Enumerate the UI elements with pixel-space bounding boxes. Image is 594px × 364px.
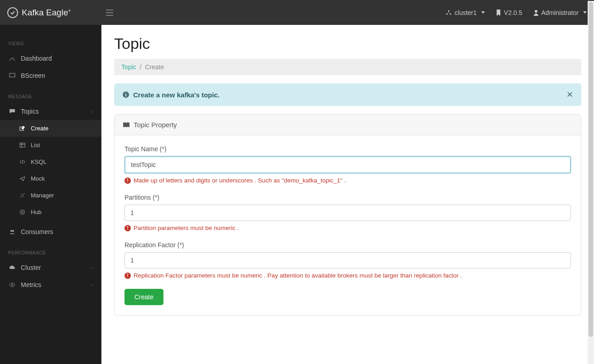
- bookmark-icon: [496, 10, 501, 16]
- sidebar-item-mock[interactable]: Mock: [0, 170, 101, 187]
- svg-point-3: [535, 10, 537, 13]
- alert-text: Create a new kafka's topic.: [133, 91, 220, 99]
- svg-point-10: [12, 230, 14, 232]
- sidebar-item-consumers[interactable]: Consumers: [0, 223, 101, 240]
- card-header: Topic Property: [115, 115, 581, 135]
- svg-rect-6: [20, 143, 25, 147]
- table-icon: [18, 142, 26, 148]
- sidebar-item-hub[interactable]: Hub: [0, 204, 101, 220]
- comment-icon: [8, 108, 16, 115]
- user-icon: [533, 10, 539, 16]
- sidebar-item-create[interactable]: Create: [0, 120, 101, 137]
- chevron-down-icon: [583, 11, 587, 14]
- breadcrumb-root[interactable]: Topic: [121, 63, 136, 71]
- svg-point-8: [20, 210, 24, 215]
- partitions-input[interactable]: [125, 205, 571, 221]
- scrollbar[interactable]: [588, 1, 594, 364]
- user-menu[interactable]: Administrator: [533, 9, 587, 16]
- sidebar-item-cluster[interactable]: Cluster ›: [0, 259, 101, 276]
- version-label: V2.0.5: [504, 9, 522, 16]
- info-alert: Create a new kafka's topic. ✕: [114, 83, 581, 106]
- sidebar-item-manager[interactable]: Manager: [0, 187, 101, 204]
- sidebar-item-dashboard[interactable]: Dashboard: [0, 50, 101, 67]
- topbar-right: cluster1 V2.0.5 Administrator: [446, 9, 587, 16]
- code-icon: [18, 159, 26, 165]
- create-button[interactable]: Create: [125, 289, 163, 305]
- sidebar: VIEWS Dashboard BScreen MESSAGE Topics ›…: [0, 25, 101, 364]
- brand-text: Kafka Eagle+: [22, 8, 71, 18]
- partitions-helper: ! Partition parameters must be numeric .: [125, 225, 571, 231]
- svg-point-14: [125, 93, 126, 94]
- svg-point-11: [12, 284, 13, 286]
- brand-logo-icon: [7, 7, 18, 18]
- svg-point-9: [10, 230, 12, 232]
- card-header-text: Topic Property: [134, 121, 177, 129]
- user-label: Administrator: [541, 9, 579, 16]
- hamburger-icon[interactable]: [106, 10, 113, 16]
- sidebar-item-metrics[interactable]: Metrics ›: [0, 276, 101, 293]
- warning-icon: !: [125, 273, 131, 279]
- hub-icon: [18, 209, 26, 215]
- book-icon: [123, 122, 130, 128]
- tools-icon: [18, 192, 26, 198]
- send-icon: [18, 176, 26, 182]
- users-icon: [8, 229, 16, 235]
- cluster-label: cluster1: [455, 9, 477, 16]
- partitions-label: Partitions (*): [125, 194, 571, 201]
- sidebar-section-performance: PERFORMANCE: [0, 247, 101, 259]
- replication-input[interactable]: [125, 252, 571, 268]
- cluster-selector[interactable]: cluster1: [446, 9, 485, 16]
- screen-icon: [8, 72, 16, 79]
- cluster-icon: [446, 10, 452, 16]
- replication-label: Replication Factor (*): [125, 241, 571, 249]
- replication-helper: ! Replication Factor parameters must be …: [125, 272, 571, 279]
- dashboard-icon: [8, 55, 16, 62]
- sidebar-item-bscreen[interactable]: BScreen: [0, 67, 101, 84]
- sidebar-section-views: VIEWS: [0, 38, 101, 50]
- sidebar-item-list[interactable]: List: [0, 137, 101, 153]
- warning-icon: !: [125, 225, 131, 231]
- scrollbar-thumb[interactable]: [589, 2, 593, 337]
- svg-rect-4: [10, 73, 15, 77]
- cloud-icon: [8, 264, 16, 271]
- page-title: Topic: [114, 35, 581, 53]
- info-icon: [122, 91, 129, 98]
- breadcrumb: Topic / Create: [114, 59, 581, 75]
- sidebar-section-message: MESSAGE: [0, 91, 101, 103]
- version-display[interactable]: V2.0.5: [496, 9, 522, 16]
- chevron-right-icon: ›: [91, 265, 93, 270]
- chevron-right-icon: ›: [91, 109, 93, 114]
- chevron-right-icon: ›: [91, 282, 93, 287]
- topbar: Kafka Eagle+ cluster1 V2.0.5: [0, 0, 594, 25]
- breadcrumb-leaf: Create: [145, 63, 164, 71]
- sidebar-item-ksql[interactable]: KSQL: [0, 153, 101, 170]
- svg-rect-13: [125, 94, 126, 96]
- topic-property-card: Topic Property Topic Name (*) ! Made up …: [114, 114, 581, 316]
- eye-icon: [8, 282, 16, 288]
- brand[interactable]: Kafka Eagle+: [7, 7, 102, 18]
- main-content: Topic Topic / Create Create a new kafka'…: [101, 25, 594, 364]
- svg-point-7: [21, 211, 23, 213]
- chevron-down-icon: [481, 11, 485, 14]
- topic-name-helper: ! Made up of letters and digits or under…: [125, 177, 571, 184]
- topic-name-label: Topic Name (*): [125, 145, 571, 153]
- sidebar-item-topics[interactable]: Topics ›: [0, 103, 101, 120]
- warning-icon: !: [125, 177, 131, 184]
- topic-name-input[interactable]: [125, 156, 571, 173]
- edit-icon: [18, 125, 26, 131]
- alert-close-button[interactable]: ✕: [566, 90, 573, 100]
